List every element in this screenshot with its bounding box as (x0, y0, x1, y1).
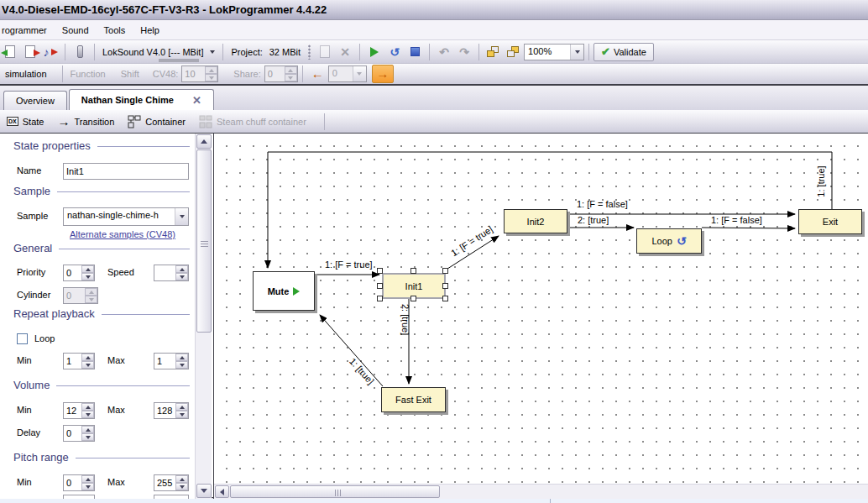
selection-handle[interactable] (442, 268, 448, 274)
scroll-down-button[interactable] (196, 484, 212, 498)
speed-spinner[interactable] (154, 265, 189, 281)
sample-dropdown[interactable]: nathan-single-chime-h (63, 207, 189, 226)
transition-arrow-icon: → (57, 118, 70, 126)
share-input (265, 66, 285, 81)
state-node-init2[interactable]: Init2 (504, 209, 567, 233)
volume-min-input[interactable] (64, 403, 81, 418)
spin-down-button[interactable] (175, 361, 188, 369)
zoom-dropdown[interactable]: 100% (524, 44, 584, 60)
state-node-fast-exit[interactable]: Fast Exit (381, 387, 446, 412)
play-button[interactable] (364, 42, 384, 62)
spin-down-button[interactable] (81, 411, 94, 418)
menu-sound[interactable]: Sound (55, 23, 97, 38)
spin-up-button[interactable] (81, 475, 94, 483)
spin-up-button[interactable] (175, 354, 188, 361)
scrollbar-thumb[interactable] (196, 149, 212, 333)
nav-back-arrow-icon[interactable]: ← (307, 69, 328, 79)
menu-tools[interactable]: Tools (97, 23, 133, 38)
spin-down-button[interactable] (81, 483, 94, 490)
menu-help[interactable]: Help (133, 23, 167, 38)
selection-handle[interactable] (377, 268, 383, 274)
pitch-min-input[interactable] (64, 475, 81, 490)
state-node-mute[interactable]: Mute (253, 271, 315, 311)
volume-min-spinner[interactable] (63, 402, 95, 419)
spin-down-button[interactable] (81, 273, 94, 280)
stop-button[interactable] (405, 42, 425, 62)
spin-down-button[interactable] (175, 411, 188, 418)
loop-play-button[interactable]: ↺ (384, 42, 405, 62)
selection-handle[interactable] (377, 296, 383, 301)
alternate-samples-link[interactable]: Alternate samples (CV48) (70, 229, 175, 239)
decoder-type-dropdown[interactable]: LokSound V4.0 [--- MBit] (99, 45, 218, 59)
selection-handle[interactable] (377, 283, 383, 289)
transition-label[interactable]: 1: [F = true] (437, 216, 506, 265)
transition-label[interactable]: 1: [F = false] (577, 199, 628, 209)
state-node-exit[interactable]: Exit (798, 209, 862, 234)
spin-up-button[interactable] (81, 403, 94, 411)
send-back-button[interactable] (504, 42, 524, 62)
pitch-min-spinner[interactable] (63, 474, 95, 491)
transition-label[interactable]: 1: [F = false] (711, 215, 762, 225)
state-node-loop[interactable]: Loop ↺ (636, 228, 702, 254)
selection-handle[interactable] (410, 296, 416, 301)
spin-up-button[interactable] (81, 426, 94, 433)
sample-dropdown-button[interactable] (175, 208, 188, 225)
canvas-hscrollbar[interactable] (214, 484, 868, 499)
programmer-device-button[interactable] (70, 42, 90, 62)
scroll-up-button[interactable] (196, 134, 212, 149)
pitch-max-input[interactable] (154, 475, 175, 490)
transition-label[interactable]: 2: [true] (400, 304, 410, 335)
speed-input[interactable] (154, 265, 175, 280)
write-project-button[interactable] (20, 42, 40, 62)
panel-scrollbar[interactable] (195, 134, 212, 499)
add-state-button[interactable]: DX State (7, 117, 44, 127)
nav-forward-button[interactable]: → (372, 65, 394, 83)
volume-max-spinner[interactable] (154, 402, 189, 419)
spin-down-button[interactable] (81, 361, 94, 369)
selection-handle[interactable] (442, 283, 448, 289)
bring-front-button[interactable] (484, 42, 504, 62)
add-container-button[interactable]: Container (128, 115, 186, 128)
refresh-icon: ↺ (390, 45, 400, 59)
transition-label[interactable]: 1: [true] (342, 350, 381, 392)
close-icon[interactable]: ✕ (192, 94, 201, 107)
priority-spinner[interactable] (63, 265, 95, 281)
transition-fastexit-mute[interactable] (320, 315, 383, 386)
repeat-min-input[interactable] (64, 354, 81, 369)
transition-label[interactable]: 2: [true] (578, 215, 609, 225)
menu-programmer[interactable]: rogrammer (0, 23, 55, 38)
transition-loop-exit[interactable] (702, 228, 795, 228)
spin-down-button[interactable] (175, 483, 188, 490)
delay-spinner[interactable] (63, 425, 95, 442)
spin-up-button[interactable] (175, 403, 188, 411)
tab-nathan-single-chime[interactable]: Nathan Single Chime ✕ (69, 89, 214, 110)
repeat-min-spinner[interactable] (63, 353, 95, 369)
write-sound-button[interactable]: ♪ (40, 42, 60, 62)
volume-max-input[interactable] (154, 403, 175, 418)
selection-handle[interactable] (442, 296, 448, 301)
repeat-max-input[interactable] (154, 354, 175, 369)
delay-input[interactable] (64, 426, 81, 441)
validate-button[interactable]: ✔ Validate (593, 43, 654, 61)
spin-up-button[interactable] (81, 354, 94, 361)
pitch-max-spinner[interactable] (154, 474, 189, 491)
spin-down-button[interactable] (81, 433, 94, 441)
selection-handle[interactable] (410, 268, 416, 274)
open-project-button[interactable] (0, 42, 20, 62)
spin-up-button[interactable] (175, 475, 188, 483)
loop-checkbox[interactable] (17, 333, 28, 344)
scroll-left-button[interactable] (215, 485, 229, 498)
zoom-dropdown-button[interactable] (570, 45, 583, 60)
spin-down-button[interactable] (175, 273, 188, 280)
tab-overview[interactable]: Overview (3, 91, 67, 110)
add-transition-button[interactable]: → Transition (57, 117, 114, 127)
name-input[interactable] (63, 163, 189, 180)
transition-label[interactable]: 1: [true] (816, 162, 826, 201)
spin-up-button[interactable] (81, 265, 94, 273)
state-diagram-canvas[interactable]: 1: [F = true] 1: [F = true] 1: [F = fals… (213, 134, 868, 499)
scrollbar-thumb[interactable] (230, 485, 440, 498)
spin-up-button[interactable] (175, 265, 188, 273)
repeat-max-spinner[interactable] (154, 353, 189, 369)
transition-label[interactable]: 1: [F = true] (325, 259, 373, 270)
priority-input[interactable] (64, 265, 81, 280)
